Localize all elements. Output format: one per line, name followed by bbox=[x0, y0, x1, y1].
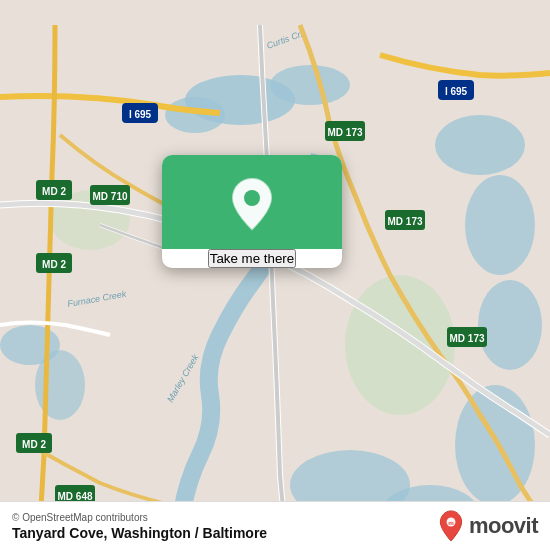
svg-point-4 bbox=[435, 115, 525, 175]
svg-text:I 695: I 695 bbox=[445, 86, 468, 97]
svg-text:I 695: I 695 bbox=[129, 109, 152, 120]
svg-text:MD 173: MD 173 bbox=[387, 216, 422, 227]
popup-card: Take me there bbox=[162, 155, 342, 268]
location-title: Tanyard Cove, Washington / Baltimore bbox=[12, 525, 267, 541]
map-container: I 695 I 695 MD 173 MD 173 MD 173 MD 2 MD… bbox=[0, 0, 550, 550]
moovit-logo: m moovit bbox=[437, 510, 538, 542]
svg-text:m: m bbox=[448, 519, 454, 526]
moovit-text: moovit bbox=[469, 513, 538, 539]
map-svg: I 695 I 695 MD 173 MD 173 MD 173 MD 2 MD… bbox=[0, 0, 550, 550]
svg-text:MD 2: MD 2 bbox=[42, 186, 66, 197]
svg-point-5 bbox=[465, 175, 535, 275]
svg-point-6 bbox=[478, 280, 542, 370]
moovit-logo-icon: m bbox=[437, 510, 465, 542]
svg-text:MD 710: MD 710 bbox=[92, 191, 127, 202]
osm-credit: © OpenStreetMap contributors bbox=[12, 512, 267, 523]
svg-text:MD 173: MD 173 bbox=[449, 333, 484, 344]
svg-point-3 bbox=[270, 65, 350, 105]
svg-point-37 bbox=[244, 190, 260, 206]
popup-green-area bbox=[162, 155, 342, 249]
bottom-left: © OpenStreetMap contributors Tanyard Cov… bbox=[12, 512, 267, 541]
svg-text:MD 2: MD 2 bbox=[22, 439, 46, 450]
bottom-bar: © OpenStreetMap contributors Tanyard Cov… bbox=[0, 501, 550, 550]
location-pin-icon bbox=[229, 177, 275, 231]
svg-point-9 bbox=[35, 350, 85, 420]
svg-text:MD 2: MD 2 bbox=[42, 259, 66, 270]
take-me-there-button[interactable]: Take me there bbox=[208, 249, 296, 268]
svg-text:MD 173: MD 173 bbox=[327, 127, 362, 138]
